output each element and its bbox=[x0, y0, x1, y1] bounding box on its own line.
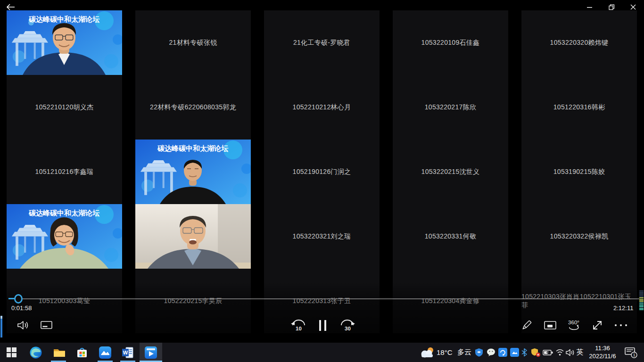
taskbar-meeting-button[interactable] bbox=[94, 343, 116, 362]
volume-button[interactable] bbox=[13, 316, 33, 334]
input-method-indicator[interactable]: 英 bbox=[575, 343, 585, 362]
participant-name: 1053220109石佳鑫 bbox=[421, 39, 480, 47]
minimize-button[interactable] bbox=[579, 0, 601, 14]
participant-name: 21材料专硕张锐 bbox=[169, 39, 217, 47]
ellipsis-icon bbox=[615, 324, 627, 326]
tray-bluetooth[interactable] bbox=[520, 343, 529, 362]
seek-bar-thumb[interactable] bbox=[14, 294, 23, 304]
restore-button[interactable] bbox=[601, 0, 622, 14]
weather-temp[interactable]: 18°C bbox=[437, 343, 453, 362]
caption-icon bbox=[41, 320, 53, 330]
tray-volume[interactable] bbox=[565, 343, 576, 362]
360-mode-button[interactable]: 360° bbox=[564, 316, 584, 334]
notification-badge: 1 bbox=[633, 353, 636, 357]
participant-name: 1052220215李昊辰 bbox=[164, 297, 223, 305]
participant-name: 1052210120胡义杰 bbox=[35, 103, 94, 112]
close-button[interactable] bbox=[622, 0, 644, 14]
volume-level-slider[interactable] bbox=[0, 316, 3, 337]
shield-icon bbox=[475, 348, 483, 357]
clock-date: 2022/11/6 bbox=[585, 352, 620, 360]
notification-icon: 1 bbox=[624, 346, 638, 359]
skip-back-button[interactable]: 10 bbox=[289, 316, 308, 334]
audio-level-meter bbox=[639, 290, 644, 310]
pause-button[interactable] bbox=[313, 316, 332, 334]
tray-defender[interactable] bbox=[530, 343, 541, 362]
taskbar: W 18°C 多云 bbox=[0, 343, 644, 362]
windows-logo-icon bbox=[7, 347, 17, 357]
defender-alert-icon bbox=[531, 348, 541, 357]
wechat-icon bbox=[487, 348, 495, 356]
fullscreen-icon bbox=[591, 319, 603, 331]
tray-battery[interactable] bbox=[542, 343, 553, 362]
participant-name: 1053220331何敬 bbox=[425, 232, 476, 241]
participant-name: 1053220320赖炜键 bbox=[550, 39, 609, 47]
tencent-meeting-tray-icon bbox=[510, 348, 519, 357]
file-explorer-icon bbox=[53, 347, 66, 358]
skip-forward-label: 30 bbox=[345, 326, 351, 331]
pencil-icon bbox=[520, 319, 533, 331]
weather-condition[interactable]: 多云 bbox=[457, 343, 471, 362]
tencent-meeting-icon bbox=[99, 346, 112, 359]
participant-name: 1052190126门润之 bbox=[293, 168, 351, 176]
participant-name: 1052220313张子丑 bbox=[293, 297, 351, 305]
caption-button[interactable] bbox=[37, 316, 57, 334]
tray-speaker-icon bbox=[566, 349, 575, 356]
close-icon bbox=[630, 4, 636, 10]
back-button[interactable] bbox=[6, 2, 18, 12]
fullscreen-button[interactable] bbox=[587, 316, 607, 334]
participant-name: 1051220316韩彬 bbox=[553, 103, 605, 112]
microsoft-store-icon bbox=[75, 346, 89, 359]
start-button[interactable] bbox=[0, 343, 23, 362]
restore-icon bbox=[609, 4, 615, 10]
skip-back-label: 10 bbox=[296, 326, 302, 331]
participant-name: 1052210212林心月 bbox=[293, 103, 351, 112]
battery-icon bbox=[543, 349, 553, 356]
tray-meeting[interactable] bbox=[509, 343, 520, 362]
mini-player-icon bbox=[544, 320, 556, 330]
tray-pc-manager[interactable] bbox=[474, 343, 484, 362]
taskbar-store-button[interactable] bbox=[71, 343, 93, 362]
taskbar-edge-button[interactable] bbox=[25, 343, 47, 362]
skip-forward-button[interactable]: 30 bbox=[338, 316, 357, 334]
taskbar-file-explorer-button[interactable] bbox=[48, 343, 71, 362]
participant-name: 1053220217陈欣 bbox=[425, 103, 476, 112]
participant-name: 1051210216李鑫瑞 bbox=[35, 168, 94, 176]
participant-name: 1051200303葛莹 bbox=[39, 297, 90, 305]
video-playback-surface[interactable] bbox=[0, 10, 644, 293]
skip-back-icon: 10 bbox=[290, 318, 307, 332]
participant-name: 22材料专硕6220608035郭龙 bbox=[150, 103, 236, 112]
back-arrow-icon bbox=[6, 3, 16, 11]
participant-name: 1053190215陈姣 bbox=[553, 168, 605, 176]
weather-cloud-icon bbox=[419, 346, 435, 359]
tray-wechat[interactable] bbox=[486, 343, 496, 362]
weather-widget[interactable] bbox=[419, 343, 436, 362]
pause-icon bbox=[319, 320, 326, 331]
360-label: 360° bbox=[568, 320, 579, 325]
more-options-button[interactable] bbox=[611, 316, 631, 334]
clock-time: 11:36 bbox=[585, 344, 620, 352]
360-icon: 360° bbox=[566, 319, 582, 332]
word-icon: W bbox=[121, 346, 134, 359]
mini-player-button[interactable] bbox=[540, 316, 560, 334]
participant-name: 1053220215沈世义 bbox=[421, 168, 480, 176]
participant-name: 1053220322侯禄凯 bbox=[550, 232, 609, 241]
tray-sync[interactable] bbox=[497, 343, 508, 362]
wifi-icon bbox=[555, 349, 564, 356]
edge-icon bbox=[29, 346, 42, 359]
tray-wifi[interactable] bbox=[554, 343, 565, 362]
participant-name: 21化工专硕-罗晓君 bbox=[293, 39, 350, 47]
edit-button[interactable] bbox=[517, 316, 537, 334]
action-center-button[interactable]: 1 bbox=[623, 343, 639, 362]
taskbar-clock[interactable]: 11:36 2022/11/6 bbox=[585, 344, 620, 360]
taskbar-word-button[interactable]: W bbox=[116, 343, 139, 362]
sync-icon bbox=[498, 348, 507, 357]
total-duration: 2:12:11 bbox=[613, 304, 633, 312]
word-glyph: W bbox=[123, 350, 128, 355]
participant-name: 1053220321刘之瑞 bbox=[293, 232, 351, 241]
taskbar-movies-tv-button-active[interactable] bbox=[140, 343, 162, 362]
minimize-icon bbox=[587, 4, 593, 10]
speaker-icon bbox=[17, 320, 29, 330]
movies-tv-icon bbox=[144, 346, 157, 359]
elapsed-time: 0:01:58 bbox=[11, 304, 32, 312]
bluetooth-icon bbox=[521, 348, 528, 357]
